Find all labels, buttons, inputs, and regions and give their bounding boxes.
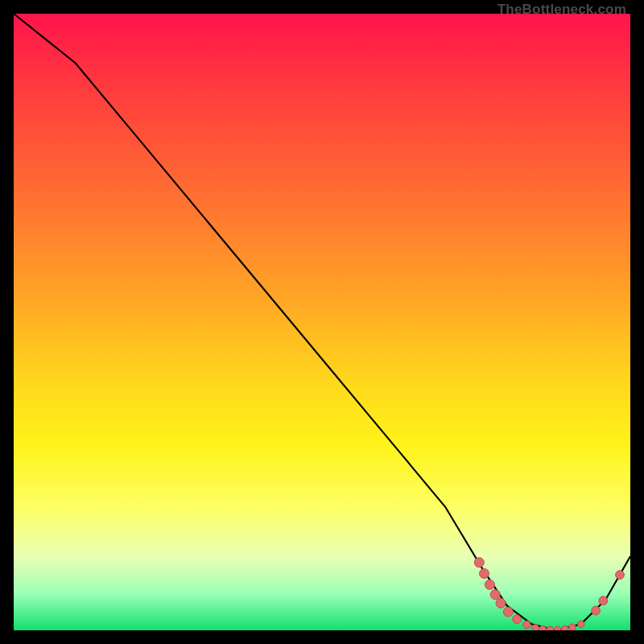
data-dot: [554, 626, 560, 630]
bottleneck-curve: [14, 14, 630, 630]
data-dot: [523, 621, 531, 629]
data-dot: [539, 625, 546, 630]
watermark: TheBottleneck.com: [497, 2, 626, 18]
data-dots: [474, 558, 624, 630]
gradient-plot-area: [14, 14, 630, 630]
data-dot: [592, 606, 601, 615]
data-dot: [503, 607, 513, 617]
data-dot: [616, 571, 625, 580]
data-dot: [547, 626, 553, 630]
data-dot: [485, 580, 494, 589]
data-dot: [513, 615, 522, 624]
data-dot: [562, 625, 568, 630]
data-dot: [474, 558, 484, 568]
data-dot: [578, 621, 584, 627]
data-dot: [532, 625, 539, 630]
data-dot: [480, 569, 489, 579]
data-dot: [599, 597, 608, 605]
chart-stage: TheBottleneck.com: [0, 0, 644, 644]
curve-layer: [14, 14, 630, 630]
data-dot: [490, 590, 500, 600]
data-dot: [496, 598, 506, 608]
data-dot: [569, 624, 576, 630]
